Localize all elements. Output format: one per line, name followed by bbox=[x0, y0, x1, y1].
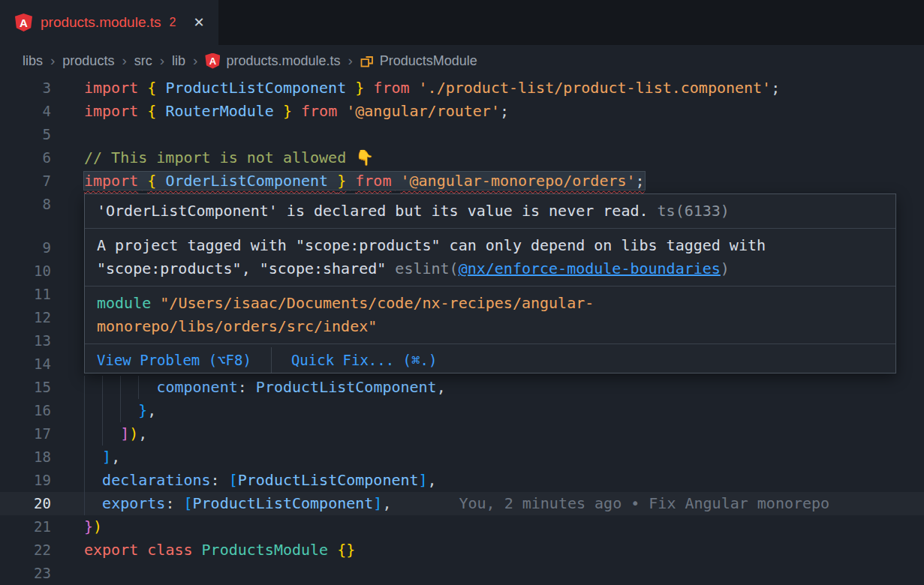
tab-title: products.module.ts bbox=[41, 14, 161, 31]
code-token bbox=[138, 79, 147, 97]
code-token: from bbox=[373, 79, 409, 97]
hover-text: ts(6133) bbox=[649, 202, 730, 220]
code-token: ; bbox=[500, 102, 509, 120]
code-token: ] bbox=[419, 471, 428, 489]
breadcrumb-file-label: products.module.ts bbox=[226, 53, 340, 69]
code-line-23[interactable]: 23 bbox=[0, 562, 924, 585]
error-highlight: import { OrderListComponent } from '@ang… bbox=[84, 172, 645, 190]
hover-action-bar: View Problem (⌥F8)Quick Fix... (⌘.) bbox=[85, 344, 895, 374]
editor[interactable]: 3import { ProductListComponent } from '.… bbox=[0, 76, 924, 585]
breadcrumb-item-src[interactable]: src bbox=[134, 53, 152, 69]
hover-text: eslint( bbox=[395, 260, 458, 278]
code-token: // This import is not allowed bbox=[84, 148, 355, 166]
line-number: 18 bbox=[0, 446, 51, 469]
indent-guide bbox=[84, 422, 102, 446]
code-content: import { RouterModule } from '@angular/r… bbox=[84, 100, 509, 123]
code-token: } bbox=[337, 172, 346, 190]
code-token: ] bbox=[373, 494, 382, 512]
breadcrumb-item-file[interactable]: Aproducts.module.ts bbox=[205, 53, 340, 69]
view-problem-button[interactable]: View Problem (⌥F8) bbox=[97, 347, 271, 374]
code-token: '@angular/router' bbox=[346, 102, 500, 120]
code-token: ProductListComponent bbox=[256, 378, 437, 396]
line-number: 20 bbox=[0, 492, 51, 515]
hover-message-2: A project tagged with "scope:products" c… bbox=[85, 229, 895, 286]
code-token: ; bbox=[771, 79, 780, 97]
code-token: : bbox=[238, 378, 256, 396]
code-token: declarations bbox=[102, 471, 211, 489]
breadcrumb-item-symbol[interactable]: ProductsModule bbox=[360, 53, 477, 69]
indent-guide bbox=[84, 376, 102, 399]
code-token: ProductListComponent bbox=[238, 471, 419, 489]
tab-products-module[interactable]: A products.module.ts 2 ✕ bbox=[0, 0, 218, 45]
code-content: export class ProductsModule {} bbox=[84, 538, 355, 562]
code-line-17[interactable]: 17 ]), bbox=[0, 422, 924, 446]
hover-message-3: module "/Users/isaac/Documents/code/nx-r… bbox=[85, 286, 895, 344]
code-line-22[interactable]: 22export class ProductsModule {} bbox=[0, 538, 924, 562]
code-token bbox=[337, 102, 346, 120]
indent-guide bbox=[84, 492, 102, 515]
close-icon[interactable]: ✕ bbox=[193, 14, 204, 31]
indent-guide bbox=[102, 422, 120, 446]
code-token bbox=[410, 79, 419, 97]
breadcrumb-item-lib[interactable]: lib bbox=[172, 53, 185, 69]
code-token: , bbox=[111, 448, 120, 466]
code-token: } bbox=[355, 79, 364, 97]
code-token bbox=[391, 172, 400, 190]
code-token: { bbox=[147, 172, 156, 190]
hover-message-1: 'OrderListComponent' is declared but its… bbox=[85, 194, 895, 229]
line-number: 7 bbox=[0, 170, 51, 193]
code-token: ] bbox=[102, 448, 111, 466]
code-token: } bbox=[283, 102, 292, 120]
tab-problem-count-badge: 2 bbox=[170, 16, 176, 29]
code-token: ) bbox=[93, 518, 102, 536]
code-token: { bbox=[147, 102, 156, 120]
indent-guide bbox=[84, 446, 102, 469]
code-token: } bbox=[84, 518, 93, 536]
code-content: ], bbox=[84, 446, 120, 469]
line-number: 14 bbox=[0, 352, 51, 376]
line-number: 17 bbox=[0, 422, 51, 446]
code-token bbox=[138, 541, 147, 559]
code-token: import bbox=[84, 102, 138, 120]
quick-fix-button[interactable]: Quick Fix... (⌘.) bbox=[271, 347, 456, 374]
indent-guide bbox=[120, 399, 138, 422]
code-line-15[interactable]: 15 component: ProductListComponent, bbox=[0, 376, 924, 399]
code-line-6[interactable]: 6// This import is not allowed 👇 bbox=[0, 146, 924, 170]
code-line-7[interactable]: 7import { OrderListComponent } from '@an… bbox=[0, 170, 924, 193]
code-token: } bbox=[138, 401, 147, 419]
indent-guide bbox=[120, 376, 138, 399]
code-token: ) bbox=[129, 424, 138, 442]
code-line-16[interactable]: 16 }, bbox=[0, 399, 924, 422]
breadcrumb-separator: › bbox=[122, 52, 126, 69]
breadcrumb-separator: › bbox=[193, 52, 197, 69]
code-token: exports bbox=[102, 494, 165, 512]
line-number: 22 bbox=[0, 538, 51, 562]
code-token: , bbox=[437, 378, 446, 396]
breadcrumb-item-libs[interactable]: libs bbox=[23, 53, 43, 69]
code-token: from bbox=[355, 172, 391, 190]
breadcrumb-separator: › bbox=[348, 52, 352, 69]
code-token: OrderListComponent bbox=[156, 172, 337, 190]
code-line-21[interactable]: 21}) bbox=[0, 515, 924, 538]
code-line-3[interactable]: 3import { ProductListComponent } from '.… bbox=[0, 76, 924, 100]
breadcrumb-item-products[interactable]: products bbox=[62, 53, 114, 69]
code-line-20[interactable]: 20 exports: [ProductListComponent],You, … bbox=[0, 492, 924, 515]
code-token: ProductsModule bbox=[202, 541, 329, 559]
code-token: import bbox=[84, 172, 138, 190]
hover-text: 'OrderListComponent' is declared but its… bbox=[97, 202, 649, 220]
code-token: export bbox=[84, 541, 138, 559]
code-content: import { OrderListComponent } from '@ang… bbox=[84, 170, 645, 193]
hover-text: module bbox=[97, 294, 160, 312]
code-content: ]), bbox=[84, 422, 147, 446]
code-line-18[interactable]: 18 ], bbox=[0, 446, 924, 469]
code-token: ] bbox=[120, 424, 129, 442]
code-token: , bbox=[147, 401, 156, 419]
eslint-rule-link[interactable]: @nx/enforce-module-boundaries bbox=[459, 260, 721, 278]
breadcrumb-separator: › bbox=[160, 52, 164, 69]
code-line-5[interactable]: 5 bbox=[0, 123, 924, 146]
indent-guide bbox=[102, 399, 120, 422]
code-line-4[interactable]: 4import { RouterModule } from '@angular/… bbox=[0, 100, 924, 123]
hover-text: ) bbox=[721, 260, 730, 278]
line-number: 4 bbox=[0, 100, 51, 123]
code-line-19[interactable]: 19 declarations: [ProductListComponent], bbox=[0, 469, 924, 492]
